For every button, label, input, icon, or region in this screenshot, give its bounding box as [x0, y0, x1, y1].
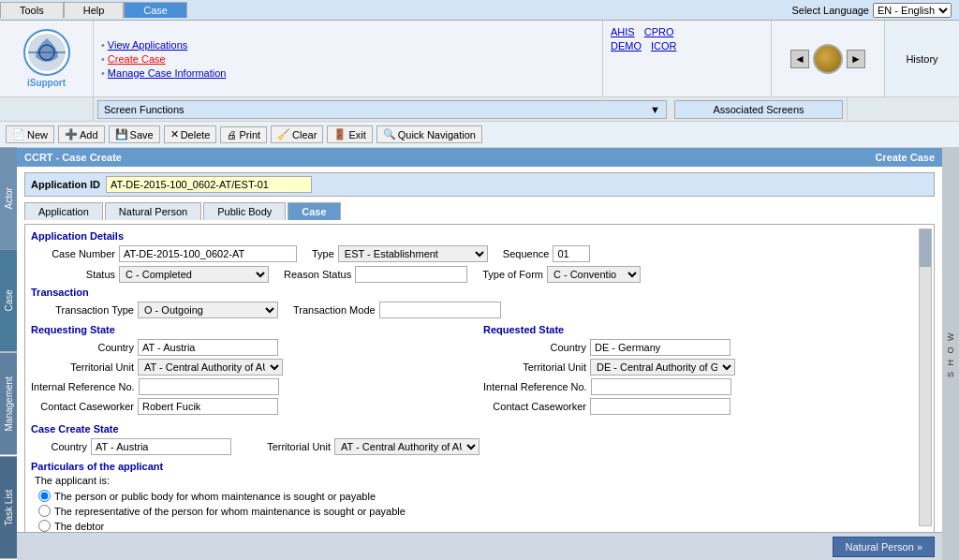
case-tab[interactable]: Case — [124, 2, 187, 18]
sequence-input[interactable] — [553, 245, 590, 262]
demo-link[interactable]: DEMO — [611, 40, 642, 52]
applicant-intro: The applicant is: — [35, 475, 928, 486]
req-internal-ref-label: Internal Reference No. — [31, 381, 135, 392]
icor-link[interactable]: ICOR — [651, 40, 677, 52]
manage-case-link[interactable]: Manage Case Information — [108, 67, 227, 79]
rqd-internal-ref-input[interactable] — [591, 378, 731, 395]
cpro-link[interactable]: CPRO — [644, 26, 674, 37]
ccs-territorial-label: Territorial Unit — [246, 441, 331, 452]
tools-tab[interactable]: Tools — [0, 2, 64, 18]
status-label: Status — [31, 269, 115, 280]
type-label: Type — [312, 248, 334, 259]
tab-application[interactable]: Application — [24, 202, 103, 220]
app-id-input[interactable] — [106, 176, 312, 193]
case-side-label[interactable]: Case — [0, 250, 17, 354]
new-icon: 📄 — [12, 128, 25, 140]
add-button[interactable]: ➕ Add — [58, 125, 105, 143]
print-button[interactable]: 🖨 Print — [220, 126, 267, 143]
req-territorial-label: Territorial Unit — [31, 361, 134, 373]
ccs-territorial-select[interactable]: AT - Central Authority of AUSTRI — [334, 438, 480, 455]
radio-option-2[interactable] — [38, 520, 51, 532]
nav-back-arrow[interactable]: ◄ — [790, 50, 809, 68]
radio-option-1[interactable] — [38, 505, 51, 517]
rqd-country-input[interactable] — [590, 339, 730, 356]
case-number-input[interactable] — [119, 245, 297, 262]
quick-nav-icon: 🔍 — [383, 128, 396, 140]
req-country-input[interactable] — [138, 339, 278, 356]
req-caseworker-label: Contact Caseworker — [31, 401, 134, 412]
rqd-caseworker-input[interactable] — [590, 398, 730, 415]
requesting-state-header: Requesting State — [31, 324, 476, 335]
type-select[interactable]: EST - Establishment — [338, 245, 488, 262]
scroll-bar[interactable] — [919, 228, 932, 526]
tab-natural-person[interactable]: Natural Person — [105, 202, 201, 220]
history-label: History — [906, 53, 937, 65]
radio-label-2: The debtor — [54, 521, 104, 532]
rqd-caseworker-label: Contact Caseworker — [483, 401, 586, 412]
application-details-header: Application Details — [31, 230, 928, 242]
radio-label-1: The representative of the person for who… — [54, 506, 406, 517]
tasklist-side-label[interactable]: Task List — [0, 457, 17, 561]
screen-functions-label: Screen Functions — [104, 104, 184, 115]
screen-functions-icon[interactable]: ▼ — [650, 104, 660, 115]
case-create-state-header: Case Create State — [31, 423, 928, 435]
natural-person-button[interactable]: Natural Person » — [833, 537, 935, 557]
clear-icon: 🧹 — [277, 128, 290, 140]
add-icon: ➕ — [65, 128, 78, 140]
type-of-form-label: Type of Form — [482, 269, 543, 280]
transaction-type-label: Transaction Type — [31, 304, 134, 316]
management-side-label[interactable]: Management — [0, 353, 17, 457]
app-logo-text: iSupport — [23, 78, 70, 88]
page-action: Create Case — [875, 152, 935, 163]
tab-public-body[interactable]: Public Body — [203, 202, 286, 220]
rqd-territorial-label: Territorial Unit — [483, 361, 586, 373]
associated-screens-label: Associated Screens — [713, 104, 804, 115]
sequence-label: Sequence — [503, 248, 550, 259]
radio-label-0: The person or public body for whom maint… — [54, 491, 376, 502]
clear-button[interactable]: 🧹 Clear — [271, 125, 323, 143]
reason-status-input[interactable] — [355, 266, 467, 283]
delete-icon: ✕ — [170, 128, 179, 140]
exit-button[interactable]: 🚪 Exit — [327, 125, 372, 143]
transaction-mode-input[interactable] — [379, 302, 501, 318]
create-case-link[interactable]: Create Case — [108, 53, 166, 65]
requested-state-header: Requested State — [483, 324, 928, 335]
nav-globe-icon — [813, 44, 843, 74]
ccs-country-label: Country — [31, 441, 87, 452]
help-tab[interactable]: Help — [64, 2, 125, 18]
lang-select[interactable]: EN - English — [873, 3, 952, 18]
case-number-label: Case Number — [31, 248, 115, 259]
view-applications-link[interactable]: View Applications — [108, 39, 187, 51]
new-button[interactable]: 📄 New — [6, 125, 54, 143]
req-country-label: Country — [31, 342, 134, 353]
app-id-label: Application ID — [31, 179, 100, 190]
reason-status-label: Reason Status — [284, 269, 351, 280]
status-select[interactable]: C - Completed — [119, 266, 269, 283]
rqd-country-label: Country — [483, 342, 586, 353]
transaction-mode-label: Transaction Mode — [293, 304, 376, 316]
req-territorial-select[interactable]: AT - Central Authority of AUSTRI — [138, 359, 283, 376]
ccs-country-input[interactable] — [91, 438, 231, 455]
tab-case[interactable]: Case — [288, 202, 340, 220]
particulars-header: Particulars of the applicant — [31, 461, 928, 472]
radio-option-0[interactable] — [38, 490, 51, 502]
save-icon: 💾 — [115, 128, 128, 140]
lang-label: Select Language — [791, 5, 869, 16]
show-label[interactable]: S H O W — [942, 148, 959, 560]
page-header: CCRT - Case Create — [24, 152, 122, 163]
nav-forward-arrow[interactable]: ► — [847, 50, 865, 68]
transaction-header: Transaction — [31, 287, 928, 298]
req-internal-ref-input[interactable] — [139, 378, 279, 395]
print-icon: 🖨 — [227, 129, 237, 140]
quick-nav-button[interactable]: 🔍 Quick Navigation — [376, 125, 482, 143]
transaction-type-select[interactable]: O - Outgoing — [138, 302, 278, 318]
type-of-form-select[interactable]: C - Conventio — [547, 266, 641, 283]
rqd-territorial-select[interactable]: DE - Central Authority of GERMA — [590, 359, 735, 376]
exit-icon: 🚪 — [333, 128, 347, 140]
save-button[interactable]: 💾 Save — [109, 125, 160, 143]
actor-side-label[interactable]: Actor — [0, 148, 17, 250]
ahis-link[interactable]: AHIS — [611, 26, 635, 37]
rqd-internal-ref-label: Internal Reference No. — [483, 381, 587, 392]
req-caseworker-input[interactable] — [138, 398, 278, 415]
delete-button[interactable]: ✕ Delete — [164, 125, 217, 143]
